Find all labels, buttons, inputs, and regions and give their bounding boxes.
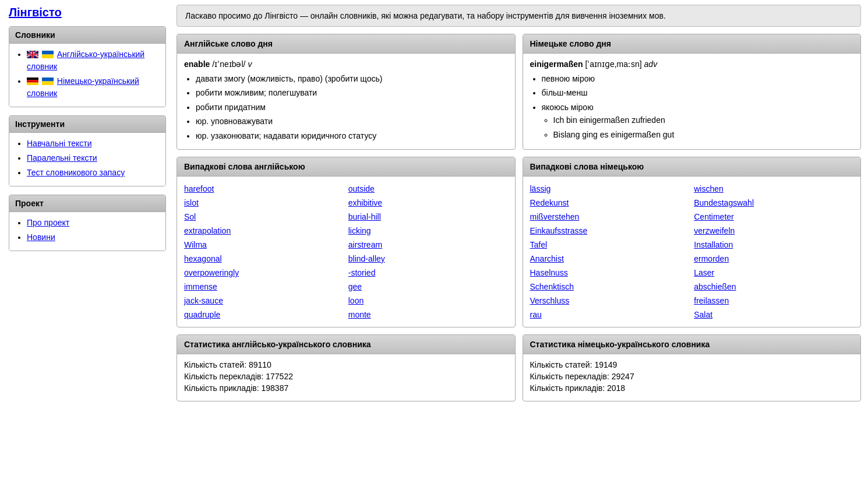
random-word-link[interactable]: Haselnuss [530, 266, 690, 279]
random-word-link[interactable]: loon [348, 294, 508, 307]
random-word-link[interactable]: mißverstehen [530, 210, 690, 223]
sidebar-tools-section: Інструменти Навчальні тексти Паралельні … [9, 115, 166, 186]
sidebar-link-vocab-test[interactable]: Тест словникового запасу [27, 168, 125, 177]
german-stats-header: Статистика німецько-українського словник… [523, 335, 861, 354]
list-item: Німецько-український словник [27, 75, 160, 100]
random-word-link[interactable]: quadruple [184, 308, 344, 321]
de-flag-icon [27, 77, 38, 85]
random-word-link[interactable]: licking [348, 224, 508, 237]
random-word-link[interactable]: extrapolation [184, 224, 344, 237]
german-word-pronunciation: [ˈaɪnɪɡe,maːsn] [585, 59, 641, 69]
english-word-pos: v [248, 59, 252, 69]
random-word-link[interactable]: gee [348, 280, 508, 293]
random-word-link[interactable]: Tafel [530, 238, 690, 251]
articles-label: Кількість статей: [530, 360, 592, 369]
random-word-link[interactable]: rau [530, 308, 690, 321]
list-item: Новини [27, 231, 160, 244]
random-word-link[interactable]: monte [348, 308, 508, 321]
svg-rect-11 [27, 77, 38, 80]
german-word-header: Німецьке слово дня [523, 34, 861, 54]
random-word-link[interactable]: Laser [694, 266, 853, 279]
sidebar-link-parallel[interactable]: Паралельні тексти [27, 153, 97, 163]
content-grid: Англійське слово дня enable /ɪˈneɪbəl/ v… [177, 34, 861, 401]
english-stats-card: Статистика англійсько-українського словн… [177, 334, 516, 401]
random-word-link[interactable]: Anarchist [530, 252, 690, 265]
german-word-pos: adv [644, 59, 658, 69]
german-word-meanings: певною мірою більш-менш якоюсь мірою Ich… [530, 72, 854, 141]
random-word-link[interactable]: lässig [530, 182, 690, 195]
german-word-card: Німецьке слово дня einigermaßen [ˈaɪnɪɡe… [523, 34, 862, 150]
random-word-link[interactable]: overpoweringly [184, 266, 344, 279]
random-word-link[interactable]: verzweifeln [694, 224, 853, 237]
random-word-link[interactable]: airstream [348, 238, 508, 251]
random-word-link[interactable]: Schenktisch [530, 280, 690, 293]
svg-rect-14 [42, 77, 54, 82]
list-item: Англійсько-український словник [27, 48, 160, 73]
svg-rect-8 [27, 54, 38, 55]
random-word-link[interactable]: Redekunst [530, 196, 690, 209]
english-stats-articles: Кількість статей: 89110 [184, 360, 508, 369]
examples-value: 198387 [261, 383, 288, 393]
list-item: Ich bin einigermaßen zufrieden [553, 114, 854, 126]
random-word-link[interactable]: Salat [694, 308, 853, 321]
random-word-link[interactable]: blind-alley [348, 252, 508, 265]
random-word-link[interactable]: immense [184, 280, 344, 293]
list-item: якоюсь мірою Ich bin einigermaßen zufrie… [542, 101, 854, 141]
random-word-link[interactable]: exhibitive [348, 196, 508, 209]
random-word-link[interactable]: ermorden [694, 252, 853, 265]
random-word-link[interactable]: Verschluss [530, 294, 690, 307]
sidebar-tools-title: Інструменти [9, 116, 165, 133]
random-word-link[interactable]: Wilma [184, 238, 344, 251]
sidebar-dictionaries-body: Англійсько-український словник [9, 44, 165, 107]
random-word-link[interactable]: outside [348, 182, 508, 195]
random-word-link[interactable]: Einkaufsstrasse [530, 224, 690, 237]
random-word-link[interactable]: -storied [348, 266, 508, 279]
articles-value: 89110 [249, 360, 271, 369]
site-title[interactable]: Лінгвісто [9, 6, 166, 19]
examples-label: Кількість прикладів: [184, 383, 259, 393]
list-item: певною мірою [542, 72, 854, 85]
random-word-link[interactable]: islot [184, 196, 344, 209]
german-stats-articles: Кількість статей: 19149 [530, 360, 854, 369]
svg-rect-9 [42, 51, 54, 55]
random-word-link[interactable]: hexagonal [184, 252, 344, 265]
german-word-body: einigermaßen [ˈaɪnɪɡe,maːsn] adv певною … [523, 54, 861, 148]
svg-rect-12 [27, 80, 38, 82]
random-word-link[interactable]: freilassen [694, 294, 853, 307]
translations-value: 177522 [266, 372, 293, 381]
random-word-link[interactable]: burial-hill [348, 210, 508, 223]
random-word-link[interactable]: abschießen [694, 280, 853, 293]
welcome-banner: Ласкаво просимо до Лінгвісто — онлайн сл… [177, 5, 861, 27]
english-random-card: Випадкові слова англійською harefoot out… [177, 157, 516, 327]
random-word-link[interactable]: wischen [694, 182, 853, 195]
list-item: Тест словникового запасу [27, 167, 160, 179]
sidebar-project-body: Про проект Новини [9, 212, 165, 251]
sidebar-project-title: Проект [9, 195, 165, 212]
sidebar-dictionaries-title: Словники [9, 27, 165, 44]
list-item: Про проект [27, 217, 160, 229]
sidebar-link-news[interactable]: Новини [27, 232, 55, 242]
sidebar-link-texts[interactable]: Навчальні тексти [27, 139, 92, 148]
examples-label: Кількість прикладів: [530, 383, 605, 393]
english-stats-examples: Кількість прикладів: 198387 [184, 383, 508, 393]
translations-label: Кількість перекладів: [530, 372, 609, 381]
german-stats-examples: Кількість прикладів: 2018 [530, 383, 854, 393]
german-stats-translations: Кількість перекладів: 29247 [530, 372, 854, 381]
sidebar-link-about[interactable]: Про проект [27, 218, 69, 227]
random-word-link[interactable]: Installation [694, 238, 853, 251]
ua-flag-icon [42, 51, 54, 58]
random-word-link[interactable]: Centimeter [694, 210, 853, 223]
random-word-link[interactable]: harefoot [184, 182, 344, 195]
english-word-body: enable /ɪˈneɪbəl/ v давати змогу (можлив… [177, 54, 515, 149]
english-random-body: harefoot outside islot exhibitive Sol bu… [177, 177, 515, 327]
random-word-link[interactable]: jack-sauce [184, 294, 344, 307]
articles-label: Кількість статей: [184, 360, 246, 369]
english-random-header: Випадкові слова англійською [177, 157, 515, 177]
list-item: робити придатним [196, 101, 508, 114]
english-word-card: Англійське слово дня enable /ɪˈneɪbəl/ v… [177, 34, 516, 150]
random-word-link[interactable]: Bundestagswahl [694, 196, 853, 209]
english-word-pronunciation: /ɪˈneɪbəl/ [212, 59, 245, 69]
german-random-card: Випадкові слова німецькою lässig wischen… [523, 157, 862, 327]
de-ua-flags [27, 76, 57, 86]
random-word-link[interactable]: Sol [184, 210, 344, 223]
